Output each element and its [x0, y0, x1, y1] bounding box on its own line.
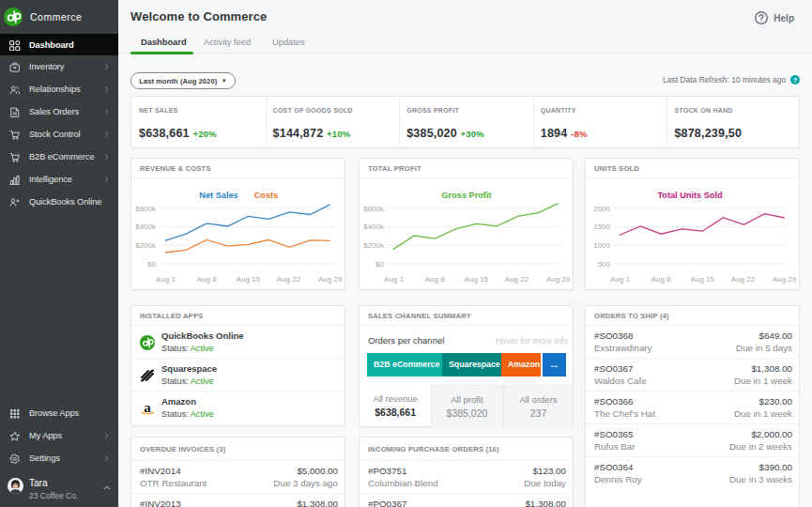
svg-text:Aug 8: Aug 8 — [197, 275, 217, 284]
svg-text:500: 500 — [598, 260, 611, 269]
svg-text:$400k: $400k — [363, 223, 385, 231]
svg-text:Aug 22: Aug 22 — [277, 275, 301, 284]
svg-text:Aug 29: Aug 29 — [773, 275, 797, 284]
svg-text:$200k: $200k — [363, 241, 385, 250]
svg-text:Net Sales: Net Sales — [199, 191, 237, 200]
svg-text:$0: $0 — [375, 260, 384, 269]
svg-text:Aug 8: Aug 8 — [425, 275, 445, 284]
svg-text:2000: 2000 — [593, 205, 610, 213]
svg-text:Total Units Sold: Total Units Sold — [657, 191, 722, 200]
svg-text:?: ? — [793, 76, 798, 84]
svg-text:Aug 15: Aug 15 — [465, 275, 489, 284]
svg-text:Gross Profit: Gross Profit — [441, 191, 491, 200]
svg-text:$600k: $600k — [363, 205, 385, 213]
svg-text:Aug 1: Aug 1 — [156, 275, 176, 284]
svg-text:$0: $0 — [147, 260, 156, 269]
svg-text:a: a — [144, 401, 151, 415]
svg-text:1000: 1000 — [593, 241, 610, 250]
svg-text:Aug 22: Aug 22 — [731, 275, 756, 284]
svg-text:Aug 8: Aug 8 — [651, 275, 671, 284]
svg-text:1500: 1500 — [593, 223, 610, 231]
svg-text:$200k: $200k — [135, 241, 157, 250]
svg-text:Aug 29: Aug 29 — [318, 275, 343, 284]
svg-text:Aug 22: Aug 22 — [505, 275, 529, 284]
svg-text:Aug 1: Aug 1 — [610, 275, 630, 284]
svg-text:Aug 15: Aug 15 — [691, 275, 715, 284]
svg-text:Aug 29: Aug 29 — [546, 275, 571, 284]
svg-text:Aug 15: Aug 15 — [237, 275, 261, 284]
svg-text:Aug 1: Aug 1 — [384, 275, 404, 284]
svg-text:Costs: Costs — [254, 191, 279, 200]
svg-text:$400k: $400k — [135, 223, 157, 231]
svg-text:$600k: $600k — [135, 205, 157, 213]
